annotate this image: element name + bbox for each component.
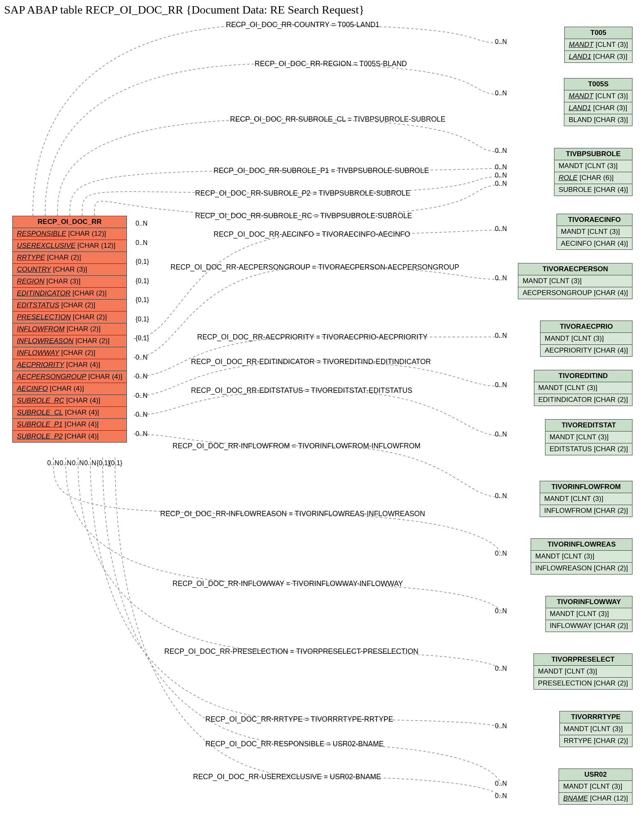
relation-label: RECP_OI_DOC_RR-AECPRIORITY = TIVORAECPRI…	[197, 333, 428, 342]
cardinality-left: 0..N	[136, 392, 147, 399]
table-header: TIVOREDITSTAT	[545, 420, 632, 432]
field: RRTYPE [CHAR (2)]	[13, 252, 127, 264]
table-tivorrrtype: TIVORRRTYPEMANDT [CLNT (3)]RRTYPE [CHAR …	[559, 711, 633, 747]
connector	[90, 457, 501, 727]
field: MANDT [CLNT (3)]	[531, 551, 632, 563]
field: BNAME [CHAR (12)]	[559, 793, 632, 805]
field: INFLOWWAY [CHAR (2)]	[545, 620, 632, 632]
relation-label: RECP_OI_DOC_RR-REGION = T005S-BLAND	[255, 60, 407, 68]
relation-label: RECP_OI_DOC_RR-RESPONSIBLE = USR02-BNAME	[205, 740, 384, 748]
table-header: TIVORAECPERSON	[518, 263, 632, 275]
field: MANDT [CLNT (3)]	[534, 382, 632, 394]
table-tivoraecperson: TIVORAECPERSONMANDT [CLNT (3)]AECPERSONG…	[518, 263, 632, 299]
cardinality-left: 0..N	[136, 373, 147, 380]
relation-label: RECP_OI_DOC_RR-INFLOWREASON = TIVORINFLO…	[160, 510, 425, 518]
field: MANDT [CLNT (3)]	[540, 493, 632, 505]
table-t005s: T005SMANDT [CLNT (3)]LAND1 [CHAR (3)]BLA…	[564, 78, 632, 126]
table-header: TIVORINFLOWFROM	[540, 481, 632, 493]
table-tivbpsubrole: TIVBPSUBROLEMANDT [CLNT (3)]ROLE [CHAR (…	[554, 148, 632, 196]
field: MANDT [CLNT (3)]	[540, 333, 632, 345]
cardinality-left: 0..N	[47, 459, 59, 467]
erd-diagram: SAP ABAP table RECP_OI_DOC_RR {Document …	[0, 0, 644, 840]
connector	[66, 457, 501, 612]
cardinality-right: 0..N	[495, 225, 507, 233]
field: RESPONSIBLE [CHAR (12)]	[13, 228, 127, 240]
field: RRTYPE [CHAR (2)]	[559, 735, 632, 747]
table-tivorinflowfrom: TIVORINFLOWFROMMANDT [CLNT (3)]INFLOWFRO…	[540, 481, 632, 517]
field: EDITSTATUS [CHAR (2)]	[13, 300, 127, 312]
field: AECPERSONGROUP [CHAR (4)]	[13, 371, 127, 383]
relation-label: RECP_OI_DOC_RR-EDITINDICATOR = TIVOREDIT…	[191, 358, 431, 366]
table-t005: T005MANDT [CLNT (3)]LAND1 [CHAR (3)]	[564, 27, 632, 63]
field: USEREXCLUSIVE [CHAR (12)]	[13, 240, 127, 252]
table-tivoraecinfo: TIVORAECINFOMANDT [CLNT (3)]AECINFO [CHA…	[557, 214, 632, 250]
relation-label: RECP_OI_DOC_RR-COUNTRY = T005-LAND1	[226, 21, 380, 29]
field: EDITINDICATOR [CHAR (2)]	[13, 288, 127, 300]
field: COUNTRY [CHAR (3)]	[13, 264, 127, 276]
connector	[133, 267, 501, 358]
field: INFLOWWAY [CHAR (2)]	[13, 347, 127, 359]
relation-label: RECP_OI_DOC_RR-EDITSTATUS = TIVOREDITSTA…	[191, 386, 412, 395]
cardinality-left: 0..N	[60, 459, 71, 467]
cardinality-right: 0..N	[495, 381, 507, 389]
cardinality-left: {0,1}	[136, 277, 149, 285]
field: MANDT [CLNT (3)]	[559, 723, 632, 735]
table-header: TIVORPRESELECT	[534, 654, 632, 666]
table-tivorinflowway: TIVORINFLOWWAYMANDT [CLNT (3)]INFLOWWAY …	[545, 596, 632, 632]
connector	[78, 457, 501, 670]
cardinality-right: 0..N	[495, 90, 507, 97]
cardinality-left: {0,1}	[136, 316, 149, 323]
cardinality-left: {0,1}	[109, 459, 122, 467]
cardinality-left: 0..N	[136, 354, 147, 361]
relation-label: RECP_OI_DOC_RR-INFLOWFROM = TIVORINFLOWF…	[172, 442, 421, 450]
connector	[133, 337, 501, 377]
table-tivorpreselect: TIVORPRESELECTMANDT [CLNT (3)]PRESELECTI…	[534, 653, 632, 690]
field: INFLOWREASON [CHAR (2)]	[13, 335, 127, 347]
field: INFLOWREASON [CHAR (2)]	[531, 563, 632, 575]
relation-label: RECP_OI_DOC_RR-USEREXCLUSIVE = USR02-BNA…	[193, 773, 381, 781]
field: INFLOWFROM [CHAR (2)]	[13, 323, 127, 335]
field: AECPRIORITY [CHAR (4)]	[540, 345, 632, 357]
cardinality-left: 0..N	[136, 239, 147, 247]
relation-label: RECP_OI_DOC_RR-AECINFO = TIVORAECINFO-AE…	[214, 230, 410, 239]
cardinality-left: 0..N	[72, 459, 84, 467]
field: LAND1 [CHAR (3)]	[564, 51, 632, 63]
table-tivoreditstat: TIVOREDITSTATMANDT [CLNT (3)]EDITSTATUS …	[545, 419, 632, 455]
field: MANDT [CLNT (3)]	[534, 666, 632, 678]
field: SUBROLE_CL [CHAR (4)]	[13, 407, 127, 419]
field: EDITINDICATOR [CHAR (2)]	[534, 394, 632, 406]
field: PRESELECTION [CHAR (2)]	[13, 312, 127, 323]
relation-label: RECP_OI_DOC_RR-SUBROLE_P1 = TIVBPSUBROLE…	[214, 166, 429, 175]
cardinality-right: 0..N	[495, 607, 507, 615]
table-header: TIVORAECPRIO	[540, 321, 632, 333]
cardinality-left: 0..N	[136, 220, 147, 227]
field: SUBROLE_RC [CHAR (4)]	[13, 395, 127, 407]
relation-label: RECP_OI_DOC_RR-PRESELECTION = TIVORPRESE…	[164, 647, 419, 656]
table-header: TIVORINFLOWREAS	[531, 539, 632, 551]
field: MANDT [CLNT (3)]	[545, 608, 632, 620]
field: MANDT [CLNT (3)]	[554, 160, 632, 172]
field: INFLOWFROM [CHAR (2)]	[540, 505, 632, 517]
field: MANDT [CLNT (3)]	[557, 226, 632, 238]
field: MANDT [CLNT (3)]	[545, 432, 632, 443]
connector	[133, 390, 501, 436]
field: MANDT [CLNT (3)]	[564, 39, 632, 51]
table-main: RECP_OI_DOC_RRRESPONSIBLE [CHAR (12)]USE…	[12, 216, 127, 443]
cardinality-right: 0..N	[495, 164, 507, 171]
cardinality-left: 0..N	[136, 411, 147, 418]
field: LAND1 [CHAR (3)]	[564, 102, 632, 114]
relation-label: RECP_OI_DOC_RR-RRTYPE = TIVORRRTYPE-RRTY…	[205, 715, 393, 724]
relation-label: RECP_OI_DOC_RR-SUBROLE_RC = TIVBPSUBROLE…	[195, 212, 412, 220]
relation-label: RECP_OI_DOC_RR-SUBROLE_P2 = TIVBPSUBROLE…	[195, 189, 410, 198]
field: SUBROLE [CHAR (4)]	[554, 184, 632, 196]
table-header: TIVOREDITIND	[534, 370, 632, 382]
relation-label: RECP_OI_DOC_RR-SUBROLE_CL = TIVBPSUBROLE…	[230, 115, 446, 124]
cardinality-right: 0..N	[495, 172, 507, 179]
field: SUBROLE_P1 [CHAR (4)]	[13, 419, 127, 431]
field: PRESELECTION [CHAR (2)]	[534, 678, 632, 690]
cardinality-right: 0..N	[495, 431, 507, 438]
field: REGION [CHAR (3)]	[13, 276, 127, 288]
table-usr02: USR02MANDT [CLNT (3)]BNAME [CHAR (12)]	[559, 768, 632, 805]
cardinality-right: 0..N	[495, 492, 507, 500]
field: AECPRIORITY [CHAR (4)]	[13, 359, 127, 371]
